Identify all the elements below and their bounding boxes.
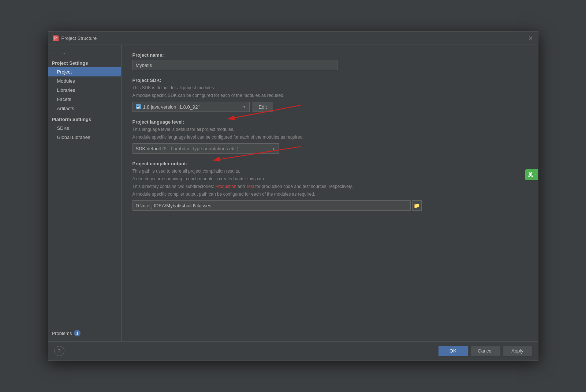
sidebar-item-problems[interactable]: Problems 1 [48,328,121,338]
sdk-value: 1.8 java version "1.8.0_92" [143,104,200,110]
sidebar-item-modules[interactable]: Modules [48,76,121,86]
dialog-content: ← → Project Settings Project Modules Lib… [48,45,538,341]
compiler-desc2: A directory corresponding to each module… [132,176,527,182]
compiler-path-input[interactable] [132,200,411,211]
compiler-desc1: This path is used to store all project c… [132,168,527,174]
compiler-desc3: This directory contains two subdirectori… [132,183,527,190]
lang-section-title: Project language level: [132,119,527,125]
problems-badge: 1 [74,330,81,336]
compiler-section-title: Project compiler output: [132,161,527,166]
bottom-bar: ? OK Cancel Apply [48,341,538,360]
titlebar: P Project Structure ✕ [48,32,538,45]
compiler-output-row: 📁 [132,200,527,211]
sdk-dropdown[interactable]: ☕ 1.8 java version "1.8.0_92" ▼ [132,102,250,112]
edit-sdk-button[interactable]: Edit [253,102,273,112]
sdk-desc1: This SDK is default for all project modu… [132,84,527,91]
close-button[interactable]: ✕ [528,35,534,41]
folder-browse-button[interactable]: 📁 [412,200,422,211]
ok-button[interactable]: OK [438,346,468,356]
lang-dropdown-arrow: ▼ [272,147,276,151]
sidebar-item-global-libraries[interactable]: Global Libraries [48,133,121,142]
sidebar-item-facets[interactable]: Facets [48,95,121,104]
apply-button[interactable]: Apply [503,346,532,356]
compiler-desc4: A module specific compiler output path c… [132,191,527,197]
sidebar-item-sdks[interactable]: SDKs [48,124,121,133]
sdk-dropdown-arrow: ▼ [243,105,246,109]
cancel-button[interactable]: Cancel [471,346,500,356]
titlebar-title: Project Structure [61,35,528,41]
sidebar-item-libraries[interactable]: Libraries [48,86,121,95]
lang-value: SDK default [136,146,161,151]
sidebar-item-artifacts[interactable]: Artifacts [48,104,121,113]
lang-extra: (8 - Lambdas, type annotations etc.) [163,146,239,151]
help-button[interactable]: ? [54,346,64,356]
sdk-desc2: A module specific SDK can be configured … [132,92,527,99]
sdk-icon: ☕ [136,104,141,109]
titlebar-icon: P [53,35,59,41]
lang-desc1: This language level is default for all p… [132,126,527,133]
lang-dropdown[interactable]: SDK default (8 - Lambdas, type annotatio… [132,143,279,154]
nav-forward-button[interactable]: → [60,49,67,57]
project-name-input[interactable] [132,60,337,70]
nav-back-button[interactable]: ← [51,49,59,57]
project-structure-dialog: P Project Structure ✕ ← → Project Settin… [48,31,538,361]
project-settings-section-label: Project Settings [48,58,121,67]
nav-breadcrumb: ← → [48,48,121,58]
sidebar: ← → Project Settings Project Modules Lib… [48,45,122,341]
sidebar-item-project[interactable]: Project [48,67,121,76]
floating-widget[interactable]: 英 · [525,169,538,180]
platform-settings-section-label: Platform Settings [48,113,121,124]
main-panel: Project name: Project SDK: This SDK is d… [122,45,538,341]
project-name-label: Project name: [132,52,527,58]
lang-desc2: A module specific language level can be … [132,134,527,140]
sdk-row: ☕ 1.8 java version "1.8.0_92" ▼ Edit [132,102,527,112]
sdk-section-title: Project SDK: [132,78,527,83]
